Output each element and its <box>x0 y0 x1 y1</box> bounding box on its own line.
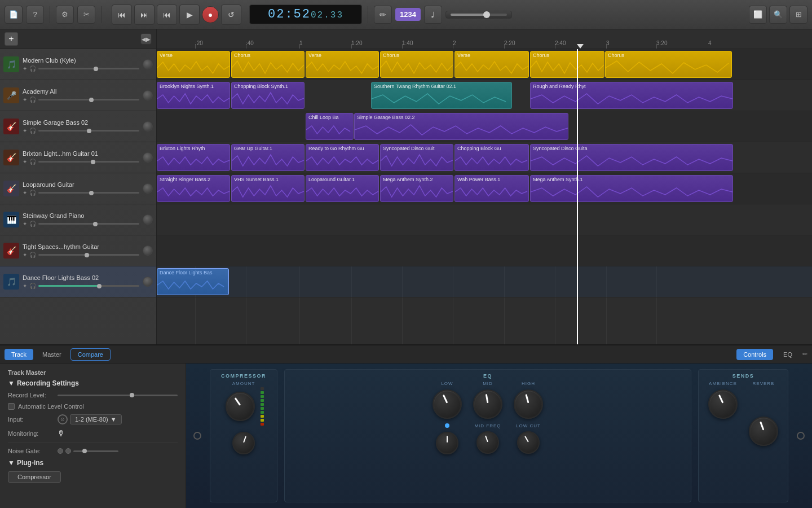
clip-syncopated-disco-1[interactable]: Syncopated Disco Guit <box>380 144 453 171</box>
clip-ready-to-go[interactable]: Ready to Go Rhythm Gu <box>306 144 379 171</box>
metronome-button[interactable]: ♩ <box>424 6 442 24</box>
track-row-looparound-guitar[interactable]: 🎸 Looparound Guitar ✦ 🎧 <box>0 173 156 204</box>
cs-bypass-circle-left[interactable] <box>193 432 201 440</box>
solo-icon-t5[interactable]: 🎧 <box>29 190 36 196</box>
tab-compare[interactable]: Compare <box>70 348 111 361</box>
clip-chill-loop[interactable]: Chill Loop Ba <box>306 113 354 140</box>
record-level-slider[interactable] <box>58 395 178 396</box>
clip-vhs-sunset[interactable]: VHS Sunset Bass.1 <box>231 175 304 202</box>
track-row-simple-garage-bass[interactable]: 🎸 Simple Garage Bass 02 ✦ 🎧 <box>0 111 156 142</box>
scissors-button[interactable]: ✂ <box>77 6 95 24</box>
share-button[interactable]: ⬜ <box>749 6 767 24</box>
clip-verse-3[interactable]: Verse <box>454 51 529 78</box>
cs-bypass-circle-right[interactable] <box>797 432 805 440</box>
track-row-brixton-guitar[interactable]: 🎸 Brixton Light...hm Guitar 01 ✦ 🎧 <box>0 142 156 173</box>
eq-low-small-knob[interactable] <box>436 432 458 454</box>
eq-high-knob[interactable] <box>514 389 543 419</box>
grid-button[interactable]: ⊞ <box>789 6 807 24</box>
track-vol-knob-t6[interactable] <box>143 214 153 225</box>
track-fader-t8[interactable] <box>38 285 139 287</box>
compressor-button[interactable]: Compressor <box>8 471 61 483</box>
auto-level-checkbox[interactable] <box>8 403 15 410</box>
loop-button[interactable]: ↺ <box>221 5 241 25</box>
tab-track[interactable]: Track <box>5 349 33 360</box>
eq-low-knob[interactable] <box>433 389 462 419</box>
clip-rough-ready[interactable]: Rough and Ready Rhyt <box>530 82 733 109</box>
noise-gate-dot1[interactable] <box>58 448 63 454</box>
clip-chorus-1[interactable]: Chorus <box>231 51 304 78</box>
noise-gate-dot2[interactable] <box>65 448 71 454</box>
clip-southern-twang[interactable]: Southern Twang Rhythm Guitar 02.1 <box>371 82 512 109</box>
track-vol-knob-t7[interactable] <box>143 246 153 256</box>
solo-icon-t1[interactable]: 🎧 <box>29 65 36 72</box>
track-list-collapse-button[interactable]: ◀▶ <box>140 33 152 45</box>
sends-ambience-knob[interactable] <box>708 389 738 419</box>
track-vol-knob-t3[interactable] <box>143 121 153 132</box>
mute-icon-t7[interactable]: ✦ <box>23 252 27 258</box>
bottom-edit-button[interactable]: ✏ <box>802 349 807 360</box>
add-track-button[interactable]: + <box>5 32 18 46</box>
clip-simple-garage-bass-22[interactable]: Simple Garage Bass 02.2 <box>354 113 568 140</box>
clip-mega-anthem-synth-1[interactable]: Mega Anthem Synth.1 <box>530 175 733 202</box>
volume-slider[interactable] <box>451 14 507 16</box>
mute-icon-t8[interactable]: ✦ <box>23 283 27 289</box>
clip-chorus-2[interactable]: Chorus <box>380 51 453 78</box>
eq-mid-freq-knob[interactable] <box>476 431 499 454</box>
track-row-modern-club[interactable]: 🎵 Modern Club (Kyle) ✦ 🎧 <box>0 49 156 80</box>
tab-controls[interactable]: Controls <box>736 349 773 360</box>
mute-icon-t6[interactable]: ✦ <box>23 221 27 227</box>
rewind-button[interactable]: ⏮ <box>112 5 132 25</box>
solo-icon-t4[interactable]: 🎧 <box>29 159 36 165</box>
track-fader-t3[interactable] <box>38 130 139 132</box>
mute-icon-t5[interactable]: ✦ <box>23 190 27 196</box>
clip-brooklyn-nights[interactable]: Brooklyn Nights Synth.1 <box>157 82 230 109</box>
track-fader-t5[interactable] <box>38 192 139 194</box>
monitoring-mic-icon[interactable]: 🎙 <box>58 429 65 438</box>
track-row-tight-spaces-guitar[interactable]: 🎸 Tight Spaces...hythm Guitar ✦ 🎧 <box>0 235 156 266</box>
solo-icon-t2[interactable]: 🎧 <box>29 97 36 103</box>
track-fader-t6[interactable] <box>38 223 139 225</box>
track-row-dance-floor-bass[interactable]: 🎵 Dance Floor Lights Bass 02 ✦ 🎧 <box>0 266 156 297</box>
auto-level-checkbox-label[interactable]: Automatic Level Control <box>8 403 84 410</box>
track-fader-t4[interactable] <box>38 161 139 163</box>
clip-chorus-3[interactable]: Chorus <box>530 51 604 78</box>
fast-forward-button[interactable]: ⏭ <box>134 5 155 25</box>
track-vol-knob-t5[interactable] <box>143 183 153 194</box>
tab-eq[interactable]: EQ <box>776 349 799 360</box>
solo-icon-t6[interactable]: 🎧 <box>29 221 36 227</box>
track-vol-knob-t4[interactable] <box>143 152 153 163</box>
solo-icon-t8[interactable]: 🎧 <box>29 283 36 289</box>
track-fader-t7[interactable] <box>38 254 139 256</box>
record-button[interactable]: ● <box>202 6 219 23</box>
clip-verse-2[interactable]: Verse <box>306 51 379 78</box>
compressor-knob-small[interactable] <box>232 432 255 454</box>
clip-verse-1[interactable]: Verse <box>157 51 230 78</box>
play-button[interactable]: ▶ <box>179 5 200 25</box>
eq-low-cut-knob[interactable] <box>517 431 540 454</box>
track-row-steinway-piano[interactable]: 🎹 Steinway Grand Piano ✦ 🎧 <box>0 204 156 235</box>
input-dropdown[interactable]: 1-2 (ME-80) ▼ <box>70 414 122 424</box>
track-vol-knob-t2[interactable] <box>143 90 153 100</box>
clip-wah-power-bass[interactable]: Wah Power Bass.1 <box>454 175 529 202</box>
solo-icon-t7[interactable]: 🎧 <box>29 252 36 258</box>
mute-icon-t4[interactable]: ✦ <box>23 159 27 165</box>
tab-master[interactable]: Master <box>36 349 68 360</box>
sends-reverb-knob[interactable] <box>749 417 778 446</box>
track-row-academy-all[interactable]: 🎤 Academy All ✦ 🎧 <box>0 80 156 111</box>
clip-straight-ringer[interactable]: Straight Ringer Bass.2 <box>157 175 230 202</box>
input-stereo-icon[interactable]: ⊙ <box>58 414 68 424</box>
noise-gate-slider[interactable] <box>73 450 118 452</box>
track-vol-knob-t1[interactable] <box>143 59 153 69</box>
pencil-tool-button[interactable]: ✏ <box>374 6 392 24</box>
mute-icon-t1[interactable]: ✦ <box>23 65 27 72</box>
clip-syncopated-disco-2[interactable]: Syncopated Disco Guita <box>530 144 733 171</box>
new-button[interactable]: 📄 <box>5 6 23 24</box>
settings-button[interactable]: ⚙ <box>56 6 74 24</box>
skip-back-button[interactable]: ⏮ <box>157 5 177 25</box>
clip-mega-anthem-synth-2[interactable]: Mega Anthem Synth.2 <box>380 175 453 202</box>
mute-icon-t2[interactable]: ✦ <box>23 97 27 103</box>
clip-chopping-block-synth[interactable]: Chopping Block Synth.1 <box>231 82 304 109</box>
clip-gear-up-guitar[interactable]: Gear Up Guitar.1 <box>231 144 304 171</box>
clip-brixton-lights[interactable]: Brixton Lights Rhyth <box>157 144 230 171</box>
eq-mid-knob[interactable] <box>473 389 502 419</box>
